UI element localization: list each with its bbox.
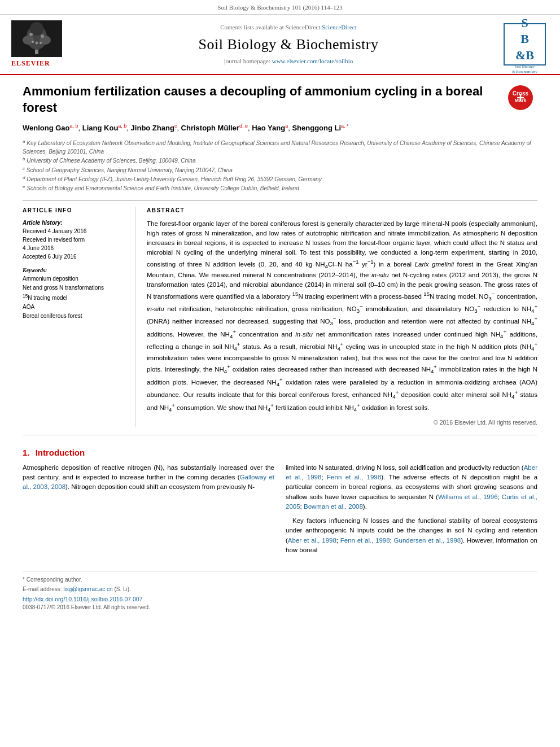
keyword-2: Net and gross N transformations: [23, 283, 126, 292]
body-divider: [23, 435, 537, 435]
keywords-label: Keywords:: [23, 267, 126, 274]
galloway-2003-ref[interactable]: Galloway et al., 2003, 2008: [23, 474, 274, 490]
accepted-date: Accepted 6 July 2016: [23, 252, 126, 261]
received-revised-label: Received in revised form: [23, 235, 126, 244]
logo-letters: SB&B: [515, 15, 534, 64]
affiliations-block: a Key Laboratory of Ecosystem Network Ob…: [23, 138, 537, 193]
intro-para-3: Key factors influencing N losses and the…: [286, 516, 537, 555]
journal-citation-bar: Soil Biology & Biochemistry 101 (2016) 1…: [0, 0, 560, 15]
logo-subtext: Soil Biology& Biochemistry: [512, 64, 537, 74]
author-6: Shenggong Li: [292, 124, 341, 133]
author-2-sup: a, b: [118, 123, 126, 129]
introduction-section: 1. Introduction Atmospheric deposition o…: [23, 447, 537, 560]
article-info-heading: ARTICLE INFO: [23, 207, 126, 215]
journal-homepage: journal homepage: www.elsevier.com/locat…: [79, 57, 498, 65]
article-footer: * Corresponding author. E-mail address: …: [23, 571, 537, 611]
author-2: Liang Kou: [82, 124, 119, 133]
author-4: Christoph Müller: [181, 124, 239, 133]
sciencedirect-url[interactable]: ScienceDirect: [322, 24, 357, 30]
journal-logo-box-section: SB&B Soil Biology& Biochemistry: [504, 23, 549, 65]
journal-title: Soil Biology & Biochemistry: [79, 34, 498, 55]
williams-1996-ref[interactable]: Williams et al., 1996: [438, 493, 498, 500]
elsevier-tree-image: [11, 20, 62, 57]
article-title: Ammonium fertilization causes a decoupli…: [23, 84, 537, 116]
author-6-sup: a, *: [341, 123, 349, 129]
bowman-2008-ref[interactable]: Bowman et al., 2008: [304, 503, 363, 510]
journal-header: ELSEVIER Contents lists available at Sci…: [0, 15, 560, 75]
corresponding-author-note: * Corresponding author.: [23, 576, 537, 584]
fenn-1998-ref[interactable]: Fenn et al., 1998: [327, 474, 381, 480]
elsevier-logo-section: ELSEVIER: [11, 20, 73, 68]
gundersen-1998-ref[interactable]: Gundersen et al., 1998: [394, 537, 461, 544]
article-history: Article history: Received 4 January 2016…: [23, 219, 126, 261]
svg-point-10: [40, 42, 42, 44]
svg-point-7: [41, 34, 44, 38]
introduction-heading: 1. Introduction: [23, 447, 537, 458]
journal-name-section: Contents lists available at ScienceDirec…: [79, 23, 498, 65]
crossmark-badge[interactable]: Cross Mark: [504, 84, 537, 112]
svg-point-8: [36, 42, 38, 45]
svg-point-3: [23, 36, 34, 45]
email-label: E-mail address:: [23, 586, 63, 592]
keyword-4: AOA: [23, 303, 126, 312]
article-content: Ammonium fertilization causes a decoupli…: [0, 75, 560, 623]
svg-point-6: [29, 33, 33, 36]
article-info-col: ARTICLE INFO Article history: Received 4…: [23, 207, 135, 427]
aber-1998-ref[interactable]: Aber et al., 1998: [286, 464, 537, 480]
svg-point-9: [32, 41, 34, 43]
introduction-columns: Atmospheric deposition of reactive nitro…: [23, 463, 537, 560]
intro-para-1: Atmospheric deposition of reactive nitro…: [23, 463, 274, 492]
keyword-5: Boreal coniferous forest: [23, 312, 126, 321]
abstract-col: ABSTRACT The forest-floor organic layer …: [147, 207, 537, 427]
issn-line: 0038-0717/© 2016 Elsevier Ltd. All right…: [23, 604, 537, 611]
keywords-section: Keywords: Ammonium deposition Net and gr…: [23, 267, 126, 321]
keyword-3: 15N tracing model: [23, 292, 126, 303]
intro-para-2: limited into N saturated, driving N loss…: [286, 463, 537, 512]
author-3: Jinbo Zhang: [131, 124, 174, 133]
abstract-heading: ABSTRACT: [147, 207, 537, 215]
author-1: Wenlong Gao: [23, 124, 70, 133]
doi-line[interactable]: http://dx.doi.org/10.1016/j.soilbio.2016…: [23, 595, 537, 604]
authors-line: Wenlong Gaoa, b, Liang Koua, b, Jinbo Zh…: [23, 123, 537, 134]
author-3-sup: c: [174, 123, 177, 129]
copyright-text: © 2016 Elsevier Ltd. All rights reserved…: [147, 418, 537, 427]
doi-link[interactable]: http://dx.doi.org/10.1016/j.soilbio.2016…: [23, 596, 143, 602]
section-divider: [23, 200, 537, 201]
aber-1998b-ref[interactable]: Aber et al., 1998: [288, 537, 336, 544]
received-date: Received 4 January 2016: [23, 227, 126, 235]
revised-date: 4 June 2016: [23, 244, 126, 252]
article-info-abstract: ARTICLE INFO Article history: Received 4…: [23, 207, 537, 427]
fenn-1998b-ref[interactable]: Fenn et al., 1998: [340, 537, 390, 544]
intro-left-col: Atmospheric deposition of reactive nitro…: [23, 463, 274, 560]
journal-citation-text: Soil Biology & Biochemistry 101 (2016) 1…: [217, 4, 342, 11]
keyword-1: Ammonium deposition: [23, 274, 126, 283]
author-5: Hao Yang: [252, 124, 285, 133]
author-4-sup: d, e: [239, 123, 248, 129]
email-footnote: E-mail address: lisg@igsnrrac.ac.cn (S. …: [23, 586, 537, 593]
email-link[interactable]: lisg@igsnrrac.ac.cn: [63, 586, 112, 592]
journal-logo-box: SB&B Soil Biology& Biochemistry: [504, 23, 546, 65]
author-1-sup: a, b: [70, 123, 78, 129]
elsevier-brand-label: ELSEVIER: [11, 59, 73, 68]
author-5-sup: a: [285, 123, 288, 129]
intro-right-col: limited into N saturated, driving N loss…: [286, 463, 537, 560]
abstract-text: The forest-floor organic layer of the bo…: [147, 219, 537, 414]
journal-homepage-link[interactable]: www.elsevier.com/locate/soilbio: [272, 58, 353, 64]
history-label: Article history:: [23, 219, 126, 227]
sciencedirect-link: Contents lists available at ScienceDirec…: [79, 23, 498, 32]
